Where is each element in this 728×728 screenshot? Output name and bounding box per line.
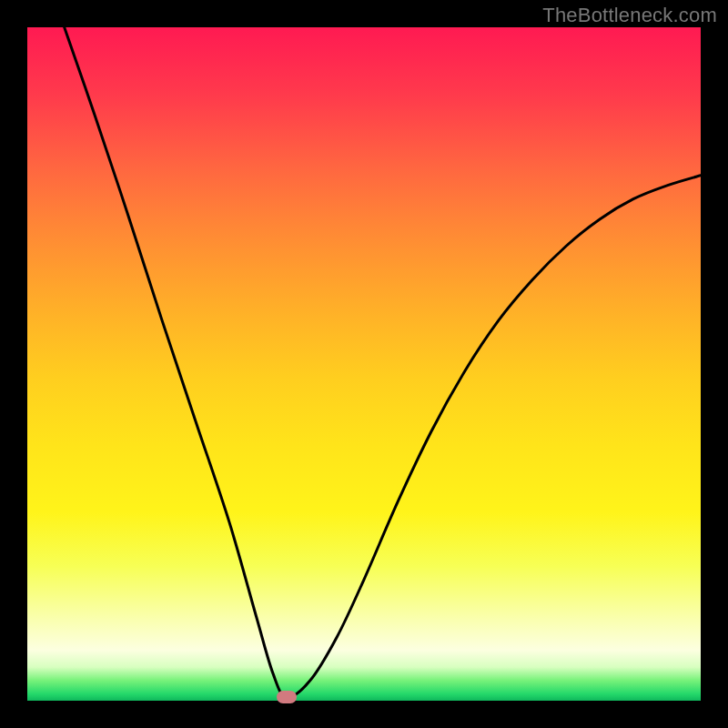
optimal-point-marker	[277, 691, 297, 703]
plot-area	[27, 27, 701, 701]
watermark-text: TheBottleneck.com	[542, 4, 717, 27]
chart-frame: TheBottleneck.com	[0, 0, 728, 728]
bottleneck-curve	[27, 27, 701, 701]
